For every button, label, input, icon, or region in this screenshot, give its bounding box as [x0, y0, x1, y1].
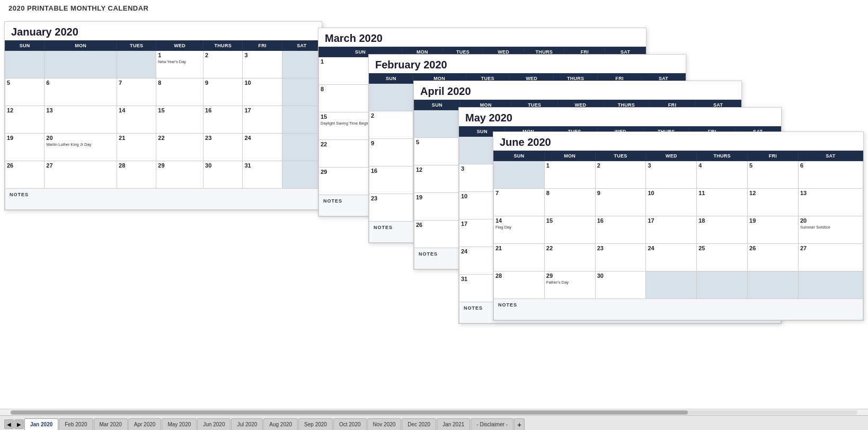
table-row: 9 — [595, 189, 646, 216]
february-title: February 2020 — [369, 55, 686, 73]
table-row: 14Flag Day — [494, 216, 545, 244]
table-row: 26 — [414, 221, 460, 248]
tab-jul-2020[interactable]: Jul 2020 — [231, 418, 263, 430]
table-row: 12 — [5, 106, 45, 134]
tab-jun-2020[interactable]: Jun 2020 — [197, 418, 231, 430]
june-title: June 2020 — [493, 132, 863, 151]
table-row: 27 — [45, 161, 117, 189]
table-row: 3 — [646, 161, 697, 189]
table-row: 6 — [45, 78, 117, 106]
tab-nav-right[interactable]: ▶ — [14, 419, 24, 429]
table-row: 20Summer Solstice — [798, 216, 863, 244]
table-row: 12 — [748, 189, 799, 216]
tab-nov-2020[interactable]: Nov 2020 — [367, 418, 402, 430]
table-row — [117, 51, 156, 78]
table-row: 1 — [544, 161, 595, 189]
table-row: 22 — [544, 244, 595, 271]
table-row — [5, 51, 45, 78]
table-row — [494, 161, 545, 189]
table-row: 20Martin Luther King Jr Day — [45, 134, 117, 161]
table-row: 10 — [243, 78, 282, 106]
table-row: 16 — [203, 106, 243, 134]
tab-apr-2020[interactable]: Apr 2020 — [128, 418, 162, 430]
table-row — [282, 106, 321, 134]
main-container: 2020 PRINTABLE MONTHLY CALENDAR January … — [0, 0, 868, 430]
table-row: 31 — [243, 161, 282, 189]
table-row: 21 — [494, 244, 545, 271]
col-sun: SUN — [414, 100, 460, 110]
col-wed: WED — [156, 41, 203, 51]
table-row: 7 — [494, 189, 545, 216]
table-row: 29Father's Day — [544, 271, 595, 299]
tab-feb-2020[interactable]: Feb 2020 — [59, 418, 93, 430]
table-row: 15 — [156, 106, 203, 134]
tab-may-2020[interactable]: May 2020 — [162, 418, 197, 430]
col-sat: SAT — [798, 151, 863, 161]
col-wed: WED — [646, 151, 697, 161]
table-row: 25 — [697, 244, 748, 271]
tab-jan-2020[interactable]: Jan 2020 — [24, 418, 58, 430]
table-row: 16 — [595, 216, 646, 244]
tab-aug-2020[interactable]: Aug 2020 — [263, 418, 298, 430]
table-row: 19 — [748, 216, 799, 244]
tab-jan-2021[interactable]: Jan 2021 — [437, 418, 470, 430]
table-row — [282, 51, 321, 78]
table-row: 5 — [748, 161, 799, 189]
table-row: 2 — [369, 111, 413, 139]
table-row — [282, 161, 321, 189]
table-row: 17 — [243, 106, 282, 134]
horizontal-scrollbar[interactable] — [0, 409, 868, 415]
january-title: January 2020 — [5, 22, 322, 40]
table-row: 23 — [595, 244, 646, 271]
table-row: 24 — [243, 134, 282, 161]
col-fri: FRI — [748, 151, 799, 161]
table-row: 7 — [117, 78, 156, 106]
table-row: 13 — [798, 189, 863, 216]
april-title: April 2020 — [414, 81, 741, 100]
table-row: 12 — [414, 165, 460, 193]
table-row: 19 — [414, 193, 460, 221]
table-row: 28 — [494, 271, 545, 299]
table-row: 26 — [748, 244, 799, 271]
col-sun: SUN — [369, 74, 413, 84]
col-tues: TUES — [595, 151, 646, 161]
january-calendar: January 2020 SUN MON TUES WED THURS FRI … — [4, 21, 322, 210]
tab-mar-2020[interactable]: Mar 2020 — [94, 418, 128, 430]
table-row: 5 — [414, 138, 460, 165]
may-title: May 2020 — [459, 108, 781, 126]
tab-oct-2020[interactable]: Oct 2020 — [333, 418, 367, 430]
table-row: 16 — [369, 166, 413, 194]
table-row: 23 — [369, 194, 413, 222]
tab-nav-left[interactable]: ◀ — [4, 419, 14, 429]
table-row: 10 — [646, 189, 697, 216]
table-row — [646, 271, 697, 299]
tab-dec-2020[interactable]: Dec 2020 — [402, 418, 436, 430]
col-sun: SUN — [494, 151, 545, 161]
table-row: 13 — [45, 106, 117, 134]
table-row: 1New Year's Day — [156, 51, 203, 78]
table-row — [697, 271, 748, 299]
tab-sep-2020[interactable]: Sep 2020 — [298, 418, 333, 430]
scrollbar-track[interactable] — [11, 410, 857, 415]
table-row: 9 — [203, 78, 243, 106]
col-sun: SUN — [5, 41, 45, 51]
table-row: 23 — [203, 134, 243, 161]
table-row: 5 — [5, 78, 45, 106]
table-row — [282, 134, 321, 161]
table-row: 8 — [544, 189, 595, 216]
col-sat: SAT — [282, 41, 321, 51]
march-title: March 2020 — [318, 28, 646, 47]
scrollbar-thumb[interactable] — [11, 410, 688, 415]
table-row: 28 — [117, 161, 156, 189]
notes-section: NOTES — [494, 299, 863, 320]
table-row: 21 — [117, 134, 156, 161]
tab-disclaimer[interactable]: - Disclaimer - — [471, 418, 513, 430]
table-row: 8 — [156, 78, 203, 106]
table-row: 3 — [243, 51, 282, 78]
tab-add-button[interactable]: + — [514, 418, 525, 430]
table-row: 24 — [646, 244, 697, 271]
table-row: 27 — [798, 244, 863, 271]
table-row: 22 — [156, 134, 203, 161]
table-row — [45, 51, 117, 78]
table-row — [282, 78, 321, 106]
